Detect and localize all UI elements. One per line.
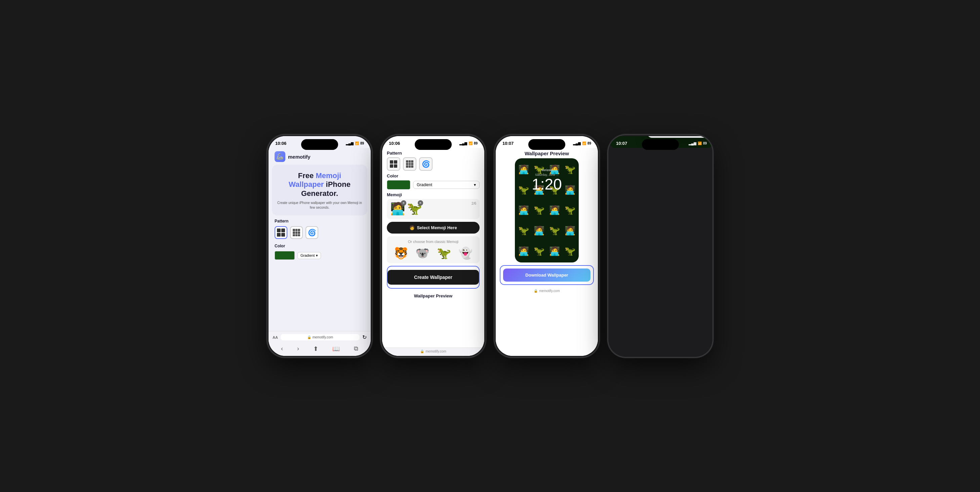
pattern-btn-grid-2[interactable] [387,157,400,171]
hero-section: Free MemojiWallpaper iPhoneGenerator. Cr… [272,165,368,215]
safari-bar-1: AA 🔒 memotify.com ↻ [269,331,371,343]
wallpaper-preview-frame: 🧑‍💻 🦖 🧑‍💻 🦖 🦖 🧑‍💻 🦖 🧑‍💻 🧑‍💻 🦖 🧑‍💻 🦖 🦖 [515,158,579,263]
status-icons-4: ▂▄▆ 📶 89 [689,142,707,145]
memoji-count: 2/6 [471,202,476,205]
pattern-label-2: Pattern [387,151,480,156]
lock-icon-3: 🔒 [534,289,538,293]
battery-1: 89 [360,142,364,145]
pattern-label-1: Pattern [269,215,371,225]
share-icon-1[interactable]: ⬆ [313,345,318,352]
wifi-icon-2: 📶 [468,142,473,145]
safari-aa-1[interactable]: AA [272,335,278,339]
color-row-2: Gradient ▾ [387,180,480,189]
memoji-face-icon: 🧑 [409,225,415,230]
create-wallpaper-wrapper: Create Wallpaper [387,266,480,289]
bookmarks-icon-1[interactable]: 📖 [332,345,340,352]
pattern-grid-icon [277,229,285,237]
pattern-btn-dense-2[interactable] [403,157,417,171]
pattern-btn-grid-1[interactable] [275,226,287,239]
lock-icon-1: 🔒 [307,335,311,339]
app-name: memotify [288,154,310,160]
safari-nav-1: ‹ › ⬆ 📖 ⧉ [269,343,371,356]
pattern-row-2: 🌀 [387,157,480,171]
color-swatch-1[interactable] [275,251,295,260]
safari-bar-2: 🔒 memotify.com [382,347,484,356]
ls-carrier: Verizon [541,168,552,172]
phone-4: 10:07 ▂▄▆ 📶 89 🧑‍💻 🦖 🧑‍💻 🦖 🦖 🧑‍💻 🦖 🧑‍💻 🧑… [608,135,713,357]
signal-icon-3: ▂▄▆ [573,142,581,145]
select-memoji-button[interactable]: 🧑 Select Memoji Here [387,222,480,234]
wifi-icon-4: 📶 [698,142,702,145]
gradient-select-1[interactable]: Gradient ▾ [298,252,321,259]
safari-url-1[interactable]: 🔒 memotify.com [281,334,360,341]
tabs-icon-1[interactable]: ⧉ [354,345,358,352]
phone-4-screen: 10:07 ▂▄▆ 📶 89 🧑‍💻 🦖 🧑‍💻 🦖 🦖 🧑‍💻 🦖 🧑‍💻 🧑… [609,136,713,148]
signal-icon-4: ▂▄▆ [689,142,696,145]
download-wrapper: Download Wallpaper [500,265,594,285]
back-icon-1[interactable]: ‹ [281,345,283,352]
phone-1-screen: 10:06 ▂▄▆ 📶 89 🦾 memotify Free MemojiWal… [269,136,371,356]
safari-bar-3: 🔒 memotify.com [534,288,560,295]
color-row-1: Gradient ▾ [269,250,371,261]
time-1: 10:06 [275,141,286,146]
spiral-icon-1: 🌀 [308,229,316,237]
memoji-label-2: Memoji [387,192,480,197]
download-wallpaper-button[interactable]: Download Wallpaper [503,269,590,282]
classic-label: Or choose from classic Memoji [390,240,476,244]
dynamic-island-3 [528,139,565,150]
color-swatch-2[interactable] [387,180,410,189]
chevron-down-icon-2: ▾ [474,183,476,187]
lockscreen-overlay: Verizon Saturday, June ... 1:20 [515,158,579,263]
pattern-row-1: 🌀 [269,225,371,240]
dynamic-island-1 [301,139,338,150]
chevron-down-icon-1: ▾ [316,253,318,258]
screen-content-2: Pattern [382,148,484,347]
forward-icon-1[interactable]: › [297,345,299,352]
status-icons-2: ▂▄▆ 📶 89 [460,142,477,145]
logo-icon: 🦾 [275,151,285,162]
classic-emoji-tiger[interactable]: 🐯 [394,246,408,260]
scene: 10:06 ▂▄▆ 📶 89 🦾 memotify Free MemojiWal… [254,122,726,370]
battery-3: 89 [587,142,591,145]
gradient-select-2[interactable]: Gradient ▾ [413,181,480,189]
wallpaper-preview-label-2: Wallpaper Preview [387,291,480,300]
safari-refresh-icon-1[interactable]: ↻ [362,334,367,341]
memoji-chip-1: 🧑‍💻 ✕ [390,202,405,217]
hero-highlight-memoji: MemojiWallpaper [289,171,341,188]
classic-memoji-box: Or choose from classic Memoji 🐯 🐨 🦖 👻 [387,236,480,263]
memoji-remove-1[interactable]: ✕ [401,200,406,206]
ls-time: 1:20 [532,177,562,192]
dense-grid-icon [293,229,300,236]
spiral-icon-2: 🌀 [422,160,430,168]
color-label-1: Color [269,240,371,250]
phone-1: 10:06 ▂▄▆ 📶 89 🦾 memotify Free MemojiWal… [267,135,372,357]
dynamic-island-2 [415,139,452,150]
pattern-btn-dense-1[interactable] [290,226,303,239]
app-header: 🦾 memotify [269,148,371,165]
context-item-copy-subject[interactable]: Copy Subject 🔲 [647,136,710,138]
classic-emoji-dino[interactable]: 🦖 [437,246,451,260]
wifi-icon-3: 📶 [582,142,586,145]
memoji-selected-row: 🧑‍💻 ✕ 🦖 ✕ 2/6 [387,199,480,219]
memoji-chip-2: 🦖 ✕ [407,202,422,217]
hero-subtitle: Create unique iPhone wallpaper with your… [277,201,362,210]
time-3: 10:07 [503,141,514,146]
context-menu: Share... ⬆ Save to Photos ⬆ Copy 📋 Copy … [647,136,710,138]
status-icons-1: ▂▄▆ 📶 89 [346,142,364,145]
classic-emoji-ghost[interactable]: 👻 [458,246,473,260]
classic-row: 🐯 🐨 🦖 👻 [390,246,476,260]
pattern-btn-spiral-2[interactable]: 🌀 [419,157,433,171]
pattern-btn-spiral-1[interactable]: 🌀 [305,226,318,239]
classic-emoji-koala[interactable]: 🐨 [415,246,430,260]
signal-icon-2: ▂▄▆ [460,142,467,145]
status-bar-4: 10:07 ▂▄▆ 📶 89 [609,136,713,148]
hero-title: Free MemojiWallpaper iPhoneGenerator. [277,171,362,198]
phone-3-screen: 10:07 ▂▄▆ 📶 89 Wallpaper Preview 🧑‍💻 🦖 🧑… [496,136,598,356]
battery-2: 89 [474,142,477,145]
battery-4: 89 [703,142,707,145]
phone-2: 10:06 ▂▄▆ 📶 89 Pattern [381,135,485,357]
create-wallpaper-button[interactable]: Create Wallpaper [388,270,479,285]
lock-icon-2: 🔒 [420,350,424,353]
memoji-remove-2[interactable]: ✕ [418,200,423,206]
status-icons-3: ▂▄▆ 📶 89 [573,142,591,145]
